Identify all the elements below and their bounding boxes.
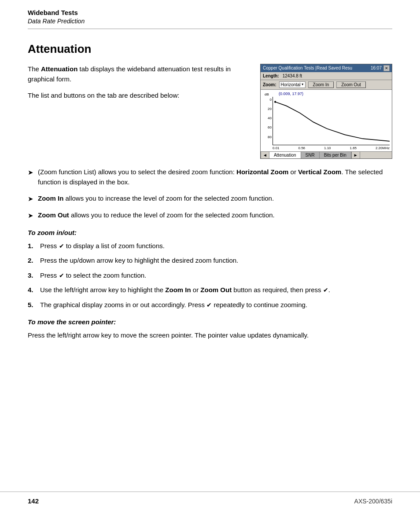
intro-text-col: The Attenuation tab displays the wideban… [28,64,250,159]
y-val-80: 80 [263,135,272,139]
x-val-2: 0.56 [298,146,305,150]
x-val-5: 2.20MHz [376,146,390,150]
tab-bits-per-bin[interactable]: Bits per Bin [320,152,351,158]
bullet-1-bold1: Horizontal Zoom [236,168,288,176]
step-5-text: The graphical display zooms in or out ac… [40,300,307,310]
bullet-1-text: (Zoom function List) allows you to selec… [38,167,392,187]
y-val-20: 20 [263,107,272,111]
tab-attenuation[interactable]: Attenuation [269,152,301,158]
ui-length-toolbar: Length: 12434.8 ft [261,72,392,80]
step-1: 1. Press ✔ to display a list of zoom fun… [28,241,392,251]
step-5-num: 5. [28,300,40,310]
main-content: Attenuation The Attenuation tab displays… [0,29,420,358]
y-val-40: 40 [263,116,272,120]
checkmark-icon-4: ✔ [323,286,328,295]
screenshot-col: Copper Qualification Tests |Read Saved R… [260,64,392,159]
length-value: 12434.8 ft [283,73,302,78]
step-4-text: Use the left/right arrow key to highligh… [40,285,330,295]
y-axis-label: dB [263,92,271,96]
step-4-num: 4. [28,285,40,295]
zoom-dropdown[interactable]: Horizontal [279,81,306,88]
step-3-num: 3. [28,270,40,280]
x-axis: 0.01 0.56 1.10 1.65 2.20MHz [263,145,390,150]
section-heading: Attenuation [28,42,392,56]
feature-bullets: ➤ (Zoom function List) allows you to sel… [28,167,392,221]
bullet-1-bold2: Vertical Zoom [298,168,341,176]
bullet-arrow-3: ➤ [28,210,33,220]
ui-chart-inner: 0 20 40 60 80 [263,97,390,145]
step-4-bold1: Zoom In [165,286,191,294]
footer-product: AXS-200/635i [354,498,392,505]
proc-zoom-steps: 1. Press ✔ to display a list of zoom fun… [28,241,392,310]
header-subtitle: Data Rate Prediction [28,17,392,26]
x-val-4: 1.65 [350,146,357,150]
ui-tabs-bar: ◄ Attenuation SNR Bits per Bin ► [261,151,392,158]
step-2-num: 2. [28,255,40,265]
svg-point-0 [274,101,276,103]
step-4: 4. Use the left/right arrow key to highl… [28,285,392,295]
ui-window-title: Copper Qualification Tests |Read Saved R… [263,66,352,70]
bullet-arrow-1: ➤ [28,167,33,177]
intro-bold1: Attenuation [41,65,77,73]
bullet-3-text: Zoom Out allows you to reduce the level … [38,210,275,220]
step-5: 5. The graphical display zooms in or out… [28,300,392,310]
attenuation-curve [273,97,390,145]
bullet-2: ➤ Zoom In allows you to increase the lev… [28,193,392,204]
tab-snr[interactable]: SNR [301,152,320,158]
chart-coords: (0.009, 17.97) [279,92,303,96]
header-title: Wideband Tests [28,8,392,17]
checkmark-icon-5: ✔ [206,301,212,310]
scroll-left-icon[interactable]: ◄ [261,152,269,158]
bullet-3-bold: Zoom Out [38,211,69,219]
intro-row: The Attenuation tab displays the wideban… [28,64,392,159]
ui-zoom-row: Zoom: Horizontal Zoom In Zoom Out [261,80,392,90]
ui-chart-graph [273,97,390,145]
step-3: 3. Press ✔ to select the zoom function. [28,270,392,281]
y-val-0: 0 [263,98,272,102]
footer-page-num: 142 [28,497,39,505]
page-header: Wideband Tests Data Rate Prediction [0,0,420,29]
zoom-in-btn[interactable]: Zoom In [308,81,334,88]
bullet-arrow-2: ➤ [28,194,33,204]
ui-screenshot: Copper Qualification Tests |Read Saved R… [260,64,392,159]
bullet-2-bold: Zoom In [38,194,63,202]
close-icon[interactable]: ✕ [383,65,390,71]
x-val-1: 0.01 [273,146,280,150]
zoom-label: Zoom: [263,82,276,87]
ui-title-bar: Copper Qualification Tests |Read Saved R… [261,64,392,72]
y-val-60: 60 [263,125,272,129]
zoom-dropdown-value: Horizontal [281,82,301,87]
length-label: Length: [263,73,279,78]
ui-time: 16:07 [371,66,382,70]
y-axis: 0 20 40 60 80 [263,97,273,145]
page-footer: 142 AXS-200/635i [0,492,420,510]
proc-pointer-heading: To move the screen pointer: [28,318,392,326]
bullet-2-text: Zoom In allows you to increase the level… [38,193,274,203]
scroll-right-icon[interactable]: ► [351,152,360,158]
ui-chart-area: dB (0.009, 17.97) 0 20 40 60 80 [261,90,392,151]
proc-pointer-text: Press the left/right arrow key to move t… [28,330,392,340]
bullet-1: ➤ (Zoom function List) allows you to sel… [28,167,392,187]
zoom-out-btn[interactable]: Zoom Out [336,81,365,88]
step-1-text: Press ✔ to display a list of zoom functi… [40,241,165,251]
step-2-text: Press the up/down arrow key to highlight… [40,255,238,265]
step-2: 2. Press the up/down arrow key to highli… [28,255,392,265]
step-1-num: 1. [28,241,40,251]
checkmark-icon-3: ✔ [59,271,64,281]
intro-para1: The Attenuation tab displays the wideban… [28,64,250,84]
step-4-bold2: Zoom Out [200,286,232,294]
bullet-3: ➤ Zoom Out allows you to reduce the leve… [28,210,392,220]
proc-zoom-heading: To zoom in/out: [28,229,392,236]
step-3-text: Press ✔ to select the zoom function. [40,270,146,281]
x-val-3: 1.10 [324,146,331,150]
checkmark-icon-1: ✔ [59,242,64,251]
intro-para2: The list and buttons on the tab are desc… [28,90,250,100]
